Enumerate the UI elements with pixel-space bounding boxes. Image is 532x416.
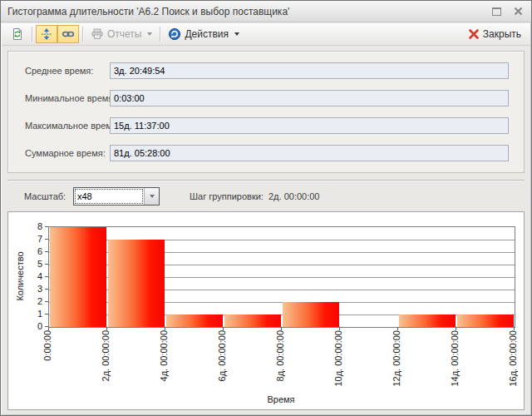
grouping-step-label: Шаг группировки: [190,187,264,206]
scale-combobox-value: x48 [75,189,143,204]
x-tick-label: 16д. 00:00:00 [508,330,519,390]
y-tick-label: 2 [24,296,42,307]
actions-button[interactable]: Действия [164,25,244,43]
maximize-icon [492,7,501,16]
app-window: Гистограмма длительности 'А6.2 Поиск и в… [0,0,532,416]
printer-icon [91,27,104,41]
chart-section: Масштаб: x48 Шаг группировки: 2д. 00:00:… [7,180,525,409]
x-tick-label: 6д. 00:00:00 [217,330,228,390]
stat-field-total: 81д. 05:28:00 [110,145,509,161]
fit-height-icon [40,27,53,41]
stat-label: Суммарное время: [25,145,106,162]
link-scale-toggle[interactable] [57,25,79,43]
y-tick [45,276,48,277]
stat-field-maximum: 15д. 11:37:00 [110,117,509,134]
y-tick [45,301,48,302]
stat-row: Среднее время: 3д. 20:49:54 [8,62,524,80]
window-close-button[interactable] [511,6,525,17]
reports-button[interactable]: Отчеты [86,25,156,43]
y-tick-label: 7 [24,234,42,245]
stats-panel: Среднее время: 3д. 20:49:54 Минимальное … [7,51,525,173]
y-tick [45,264,48,265]
reports-label: Отчеты [107,28,141,40]
stat-label: Среднее время: [25,62,93,80]
stat-label: Минимальное время: [25,90,116,107]
y-tick [45,239,48,240]
y-tick [45,314,48,314]
stat-row: Минимальное время: 0:03:00 [8,90,524,107]
y-tick-label: 4 [24,271,42,282]
toolbar-separator [32,27,32,42]
scale-combobox-dropdown-button[interactable] [144,188,159,205]
close-button[interactable]: Закрыть [464,25,525,43]
y-tick [45,289,48,290]
x-axis-title: Время [48,394,514,404]
y-tick-label: 6 [24,246,42,257]
histogram-bar [224,314,281,327]
x-tick-label: 4д. 00:00:00 [159,330,170,390]
close-x-icon [468,28,480,40]
window-close-icon [514,7,523,16]
y-tick-label: 3 [24,284,42,295]
histogram-bar [166,314,223,327]
histogram-bar [283,302,339,327]
x-tick-label: 8д. 00:00:00 [275,330,286,390]
stat-label: Максимальное время: [25,117,120,135]
fit-height-toggle[interactable] [36,25,57,43]
toolbar-separator [160,27,160,42]
y-tick-label: 8 [24,221,42,232]
x-tick-label: 12д. 00:00:00 [392,330,402,390]
grouping-step-value: 2д. 00:00:00 [268,187,319,206]
window-controls [490,6,525,17]
toolbar: Отчеты Действия Закрыть [2,23,530,46]
link-icon [62,27,75,41]
histogram-chart: Количество Время 0123456780:00:002д. 00:… [7,211,525,410]
actions-dropdown-icon [234,32,239,36]
refresh-button[interactable] [7,25,28,43]
refresh-icon [11,27,24,41]
histogram-bar [50,227,106,327]
toolbar-separator [82,27,83,42]
x-tick-label: 0:00:00 [42,330,53,390]
plot-area [48,226,515,328]
x-tick-label: 14д. 00:00:00 [450,330,461,390]
window-title: Гистограмма длительности 'А6.2 Поиск и в… [7,6,289,17]
x-tick-label: 2д. 00:00:00 [101,330,111,390]
y-tick-label: 0 [24,321,42,332]
actions-icon [168,27,181,41]
stat-field-minimum: 0:03:00 [110,90,509,106]
titlebar: Гистограмма длительности 'А6.2 Поиск и в… [1,1,531,22]
stat-row: Максимальное время: 15д. 11:37:00 [8,117,524,135]
stat-field-average: 3д. 20:49:54 [110,62,509,79]
combo-arrow-icon [150,195,155,198]
reports-dropdown-icon [147,32,152,36]
y-tick-label: 1 [24,309,42,319]
maximize-button[interactable] [490,6,503,17]
x-tick-label: 10д. 00:00:00 [333,330,344,390]
scale-label: Масштаб: [24,187,66,206]
actions-label: Действия [185,28,229,40]
y-tick [45,226,48,227]
histogram-bar [108,240,165,327]
stat-row: Суммарное время: 81д. 05:28:00 [8,145,524,162]
scale-combobox[interactable]: x48 [73,187,160,206]
scale-bar: Масштаб: x48 Шаг группировки: 2д. 00:00:… [7,181,525,211]
y-tick-label: 5 [24,259,42,270]
histogram-bar [457,314,514,327]
histogram-bar [399,314,456,327]
y-tick [45,251,48,252]
close-label: Закрыть [483,28,521,40]
